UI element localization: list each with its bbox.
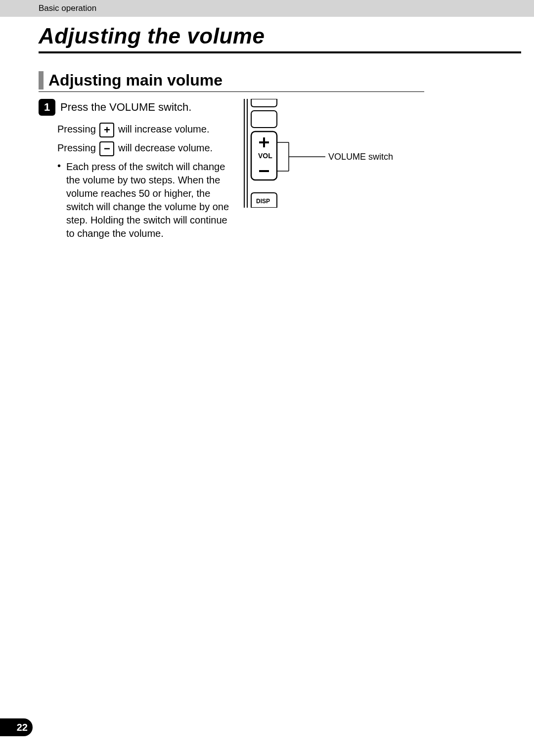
- svg-rect-2: [251, 111, 277, 128]
- manual-page: Basic operation Adjusting the volume Adj…: [0, 0, 534, 756]
- page-title: Adjusting the volume: [39, 24, 265, 48]
- bullet-marker: •: [57, 160, 66, 240]
- disp-button-label: DISP: [256, 198, 270, 205]
- subsection-heading: Adjusting main volume: [39, 71, 424, 89]
- vol-button-label: VOL: [258, 152, 272, 160]
- step-header: 1 Press the VOLUME switch.: [39, 99, 231, 116]
- increase-line: Pressing + will increase volume.: [57, 123, 231, 137]
- step-title: Press the VOLUME switch.: [60, 101, 191, 114]
- page-number: 22: [0, 718, 33, 736]
- decrease-line: Pressing − will decrease volume.: [57, 141, 231, 156]
- page-title-block: Adjusting the volume: [39, 24, 521, 53]
- breadcrumb: Basic operation: [0, 0, 534, 17]
- text-fragment: Pressing: [57, 142, 98, 153]
- volume-switch-diagram: VOL DISP VOLUME switch: [241, 99, 409, 208]
- bullet-text: Each press of the switch will change the…: [66, 160, 231, 240]
- minus-icon: −: [99, 141, 114, 156]
- volume-switch-callout: VOLUME switch: [328, 152, 393, 162]
- bullet-item: • Each press of the switch will change t…: [57, 160, 231, 240]
- diagram-column: VOL DISP VOLUME switch: [231, 99, 419, 208]
- content-row: 1 Press the VOLUME switch. Pressing + wi…: [39, 99, 424, 240]
- text-fragment: will decrease volume.: [118, 142, 213, 153]
- text-fragment: will increase volume.: [118, 124, 210, 134]
- text-fragment: Pressing: [57, 124, 98, 134]
- plus-icon: +: [99, 123, 114, 137]
- step-number-badge: 1: [39, 99, 55, 116]
- instructions-column: 1 Press the VOLUME switch. Pressing + wi…: [39, 99, 231, 240]
- subsection-heading-block: Adjusting main volume: [39, 71, 424, 92]
